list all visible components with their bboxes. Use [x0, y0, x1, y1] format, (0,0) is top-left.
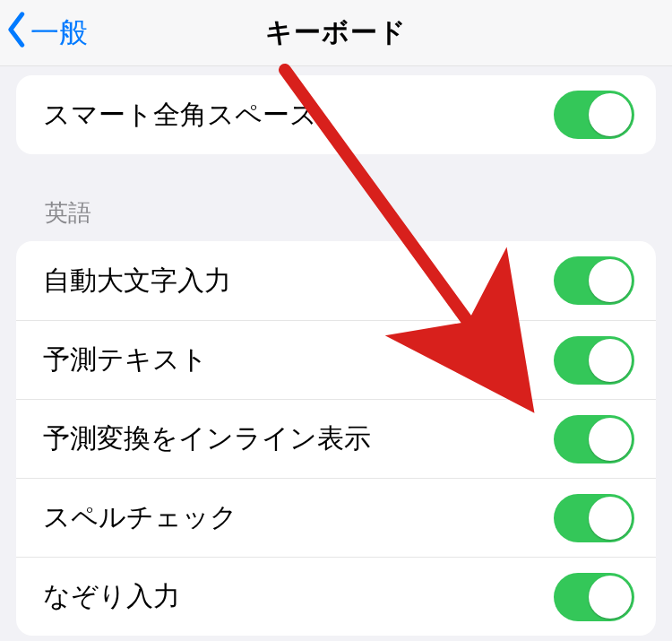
row-label: スマート全角スペース: [43, 97, 317, 134]
row-smart-full-width-space: スマート全角スペース: [16, 75, 656, 154]
toggle-knob: [589, 497, 632, 540]
section-header-english: 英語: [45, 197, 672, 229]
row-slide-to-type: なぞり入力: [16, 557, 656, 636]
row-label: スペルチェック: [43, 499, 237, 536]
row-inline-predictions: 予測変換をインライン表示: [16, 399, 656, 478]
toggle-knob: [589, 418, 632, 461]
toggle-knob: [589, 93, 632, 136]
toggle-auto-capitalization[interactable]: [554, 256, 634, 305]
nav-bar: 一般 キーボード: [0, 0, 672, 66]
back-label: 一般: [30, 13, 88, 53]
toggle-smart-full-width-space[interactable]: [554, 91, 634, 139]
toggle-spell-check[interactable]: [554, 494, 634, 542]
row-label: なぞり入力: [43, 578, 180, 615]
toggle-knob: [589, 576, 632, 619]
toggle-slide-to-type[interactable]: [554, 573, 634, 621]
row-label: 予測テキスト: [43, 342, 208, 378]
row-label: 自動大文字入力: [43, 263, 231, 299]
row-spell-check: スペルチェック: [16, 478, 656, 557]
page-title: キーボード: [265, 14, 407, 51]
settings-group-english: 自動大文字入力 予測テキスト 予測変換をインライン表示 スペルチェック なぞり入…: [16, 241, 656, 636]
row-predictive-text: 予測テキスト: [16, 320, 656, 399]
row-auto-capitalization: 自動大文字入力: [16, 241, 656, 320]
settings-group-general: スマート全角スペース: [16, 75, 656, 154]
toggle-inline-predictions[interactable]: [554, 415, 634, 463]
toggle-knob: [589, 339, 632, 382]
row-label: 予測変換をインライン表示: [43, 420, 371, 457]
back-button[interactable]: 一般: [5, 0, 88, 66]
chevron-left-icon: [5, 12, 29, 55]
toggle-knob: [589, 259, 632, 302]
toggle-predictive-text[interactable]: [554, 336, 634, 385]
